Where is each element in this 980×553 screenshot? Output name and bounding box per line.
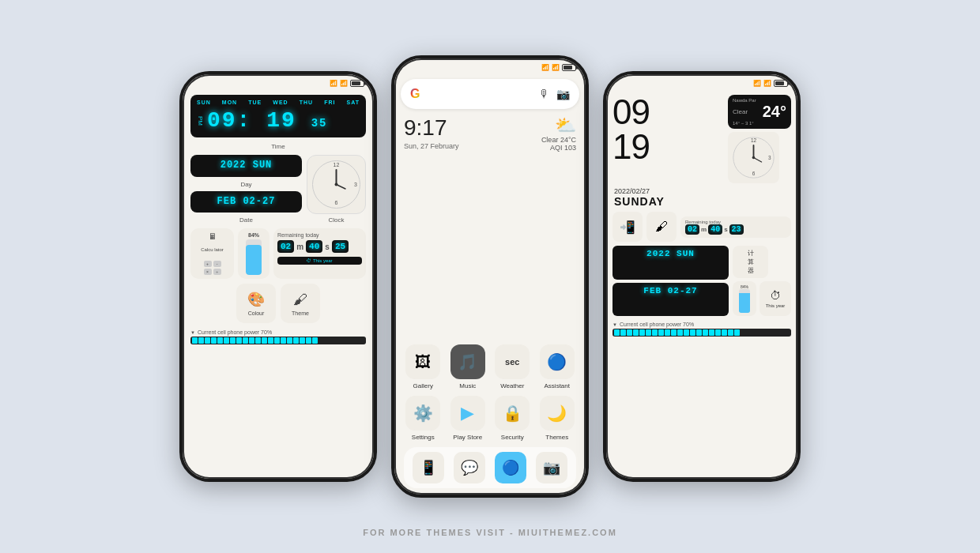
chevron-icon: ▼ <box>190 330 195 335</box>
music-label: Music <box>459 382 476 389</box>
day-mon: MON <box>222 100 237 105</box>
day-fri: FRI <box>324 100 335 105</box>
center-status-bar: 📶 📶 <box>394 58 586 76</box>
remaining-minutes: 40 <box>306 240 322 253</box>
calc-title: 计 <box>748 249 754 258</box>
right-phone: 📶 📶 09 19 Nawda Par Clear <box>603 71 801 482</box>
remaining-h: 02 <box>685 224 699 235</box>
seg7 <box>230 337 236 344</box>
settings-label: Settings <box>412 434 435 441</box>
rseg3 <box>627 329 632 336</box>
battery-fill-sm <box>739 293 750 313</box>
app-security[interactable]: 🔒 Security <box>493 396 532 441</box>
center-phone: 📶 📶 G 🎙 📷 9:17 Sun, 27 February <box>391 55 589 498</box>
analog-clock-right: 12 3 6 <box>728 132 779 183</box>
signal-icon2: 📶 <box>340 80 348 87</box>
battery-icon <box>350 80 364 87</box>
remaining-time-right: 02 m 40 s 23 <box>685 224 786 235</box>
rseg15 <box>703 329 708 336</box>
app-themes[interactable]: 🌙 Themes <box>538 396 577 441</box>
rseg10 <box>671 329 677 336</box>
power-label-right: ▼ Current cell phone power 70% <box>612 322 791 327</box>
calculator-widget[interactable]: 🖩 Calcu lator + - × ÷ <box>190 228 234 279</box>
seg2 <box>198 337 204 344</box>
seg8 <box>236 337 242 344</box>
this-year: ⏱ This year <box>277 257 362 265</box>
app-assistant[interactable]: 🔵 Assistant <box>538 344 577 389</box>
seg20 <box>312 337 318 344</box>
remaining-s: 23 <box>729 224 744 235</box>
weather-temp: 24° <box>763 103 786 121</box>
theme-label: Theme <box>292 310 309 316</box>
clock-hours: 09 <box>207 108 237 133</box>
settings-icon: ⚙️ <box>405 396 440 431</box>
clock-minutes: 19 <box>266 108 296 133</box>
this-year-label: This year <box>766 303 786 308</box>
dock-messages[interactable]: 💬 <box>454 452 485 483</box>
battery-bar-sm <box>739 289 750 313</box>
time-weather-left: 9:17 Sun, 27 February <box>404 115 459 150</box>
svg-text:12: 12 <box>751 137 757 143</box>
weather-widget-right: Nawda Par Clear 24° 14° ~ 3 1° <box>728 95 791 129</box>
big-clock-widget: 09 19 <box>612 95 723 164</box>
clear-label: Clear <box>733 108 748 115</box>
camera-search-icon[interactable]: 📷 <box>556 88 570 100</box>
calculator-right[interactable]: 计 算 器 <box>733 246 768 278</box>
date-label: Date <box>190 216 302 224</box>
clock-widget: SUN MON TUE WED THU FRI SAT PM 09: 19 35 <box>190 95 366 137</box>
theme-button[interactable]: 🖌 Theme <box>281 284 320 323</box>
action-btn-2[interactable]: 🖌 <box>646 212 677 242</box>
app-weather[interactable]: sec Weather <box>493 344 532 389</box>
right-status-icons: 📶 📶 <box>753 80 788 87</box>
rseg13 <box>690 329 695 336</box>
app-settings[interactable]: ⚙️ Settings <box>404 396 443 441</box>
app-playstore[interactable]: ▶ Play Store <box>449 396 488 441</box>
gallery-icon: 🖼 <box>405 344 440 379</box>
center-signal-icon: 📶 <box>541 64 549 71</box>
sep-m: m <box>701 226 707 233</box>
analog-svg-right: 12 3 6 <box>732 136 775 179</box>
dock-phone[interactable]: 📱 <box>413 452 444 483</box>
right-signal-icon2: 📶 <box>763 80 771 87</box>
remaining-time: 02 m 40 s 25 <box>277 240 362 253</box>
power-section: ▼ Current cell phone power 70% <box>190 329 366 344</box>
power-bar <box>190 337 366 344</box>
rseg16 <box>709 329 714 336</box>
chevron-icon-right: ▼ <box>612 322 617 327</box>
colour-theme-row: 🎨 Colour 🖌 Theme <box>190 284 366 323</box>
remaining-hours: 02 <box>277 240 294 253</box>
seg6 <box>224 337 229 344</box>
playstore-label: Play Store <box>453 434 482 441</box>
action-btn-1[interactable]: 📲 <box>612 212 643 242</box>
weather-app-label: Weather <box>500 382 524 389</box>
app-grid-row2: ⚙️ Settings ▶ Play Store 🔒 Security 🌙 Th… <box>401 396 579 441</box>
seg17 <box>293 337 299 344</box>
date-digital-right: FEB 02-27 <box>612 283 729 317</box>
colour-button[interactable]: 🎨 Colour <box>236 284 276 323</box>
dock-camera[interactable]: 📷 <box>536 452 567 483</box>
seg1 <box>192 337 198 344</box>
clock-label: Clock <box>328 216 344 224</box>
seg12 <box>262 337 267 344</box>
seg11 <box>255 337 261 344</box>
day-tue: TUE <box>248 100 262 105</box>
battery-sm-right: 84% <box>733 281 756 316</box>
calc-btn: + <box>204 261 212 267</box>
calc-label-text: Calcu lator <box>201 247 224 253</box>
search-bar[interactable]: G 🎙 📷 <box>401 79 579 109</box>
app-music[interactable]: 🎵 Music <box>449 344 488 389</box>
weather-time-row: 9:17 Sun, 27 February ⛅ Clear 24°C AQI 1… <box>401 115 579 152</box>
rseg19 <box>728 329 733 336</box>
app-gallery[interactable]: 🖼 Gallery <box>404 344 443 389</box>
svg-point-13 <box>752 156 756 160</box>
calc-btn: × <box>204 269 212 275</box>
dock-browser[interactable]: 🔵 <box>495 452 526 483</box>
this-year-right: ⏱ This year <box>760 281 791 316</box>
seg18 <box>300 337 305 344</box>
digital-clock: 09: 19 35 <box>207 108 327 133</box>
rseg4 <box>633 329 639 336</box>
mic-icon[interactable]: 🎙 <box>539 88 550 100</box>
theme-icon: 🖌 <box>293 292 307 308</box>
calc-btn: - <box>213 261 221 267</box>
rseg2 <box>620 329 626 336</box>
